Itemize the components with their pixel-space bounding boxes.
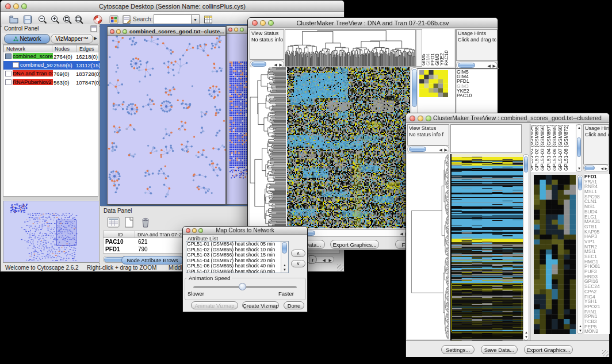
tv2-vscrollbar[interactable]: ▲ ▼ [523, 154, 529, 340]
zoom-selected-icon[interactable] [62, 14, 72, 25]
speed-slider-thumb[interactable] [239, 283, 246, 290]
tv2-status-scrollbar[interactable]: ◀ ▶ [407, 145, 449, 153]
network-row[interactable]: DNA and Tran 07769(0)183728(0) [3, 70, 100, 78]
close-button[interactable] [5, 3, 11, 9]
scroll-down-icon[interactable]: ▼ [283, 268, 286, 271]
tv2-column-label[interactable]: GPL51-08 (GSM872) [563, 125, 569, 171]
tv1-splitter-strip[interactable] [416, 29, 422, 67]
tv1-column-label[interactable]: PAC10 [443, 51, 449, 66]
scroll-right-icon[interactable]: ▶ [493, 64, 496, 68]
minimize-button[interactable] [13, 3, 19, 9]
network-row[interactable]: combined_sco2569(6)13112(15) [3, 61, 100, 70]
treeview2-titlebar[interactable]: ClusterMaker TreeView : combined_scores_… [406, 113, 609, 123]
animate-vizmap-button[interactable]: Animate Vizmap [191, 301, 238, 309]
scroll-left-icon[interactable]: ◀ [600, 167, 603, 170]
scroll-up-icon[interactable]: ▲ [579, 324, 582, 328]
scroll-down-icon[interactable]: ▼ [579, 329, 582, 332]
tv2-vscroll-thumb[interactable] [524, 156, 528, 173]
table-row[interactable]: PAC10 [105, 239, 124, 245]
tab-network[interactable]: Network [4, 34, 50, 44]
tv1-row-dendrogram[interactable] [250, 67, 286, 228]
move-down-button[interactable]: ∨ [291, 260, 305, 267]
frame1-minimize-button[interactable] [116, 29, 121, 34]
tv2-row-labels[interactable]: PFD1YRA1RNR4MSL1SPC98CLN1NIS1BUD4ELG1MAK… [584, 174, 610, 334]
dialog-zoom-button[interactable] [198, 228, 203, 233]
network-row[interactable]: RNAPuberNov2+I563(0)107847(0) [3, 78, 100, 87]
frame2-titlebar[interactable] [227, 26, 250, 34]
float-panel-icon[interactable] [90, 25, 97, 32]
tv1-close-button[interactable] [252, 20, 258, 26]
delete-attribute-icon[interactable] [139, 216, 152, 228]
dialog-close-button[interactable] [186, 228, 190, 233]
tv2-zoom-scroll-thumb[interactable] [578, 177, 582, 190]
frame1-close-button[interactable] [110, 29, 114, 34]
search-dropdown-button[interactable]: ▼ [192, 14, 200, 24]
tv2-zoom-vscrollbar[interactable]: ▲ ▼ [577, 175, 583, 334]
scroll-down-icon[interactable]: ▼ [577, 167, 581, 170]
help-icon[interactable] [93, 14, 103, 25]
zoom-button[interactable] [21, 3, 27, 9]
attribute-item[interactable]: GPL51-07 (GSM868) heat shock 60 min [187, 269, 280, 273]
frame2-close-button[interactable] [228, 28, 232, 32]
frame1-zoom-button[interactable] [123, 29, 127, 34]
search-input[interactable] [154, 14, 192, 24]
tv1-usage-scroll-thumb[interactable] [458, 63, 475, 68]
tv2-collabel-scroll-thumb[interactable] [577, 137, 581, 157]
tv2-close-button[interactable] [410, 116, 415, 121]
open-icon[interactable] [9, 14, 19, 25]
network-frame-2[interactable] [226, 25, 250, 205]
attribute-scrollbar[interactable]: ▲ ▼ [281, 242, 288, 273]
network-view-grid[interactable] [227, 34, 250, 204]
zoom-in-icon[interactable] [50, 14, 60, 25]
tv2-column-label[interactable]: GPL51-03 (GSM856) [540, 125, 545, 171]
node-attribute-browser-button[interactable]: Node Attribute Brows [121, 256, 183, 265]
scroll-right-icon[interactable]: ▶ [605, 167, 607, 170]
tv2-usage-scrollbar[interactable]: ◀ ▶ [583, 164, 609, 171]
dialog-minimize-button[interactable] [192, 228, 197, 233]
treeview1-titlebar[interactable]: ClusterMaker TreeView : DNA and Tran 07-… [248, 18, 498, 28]
tv1-export-graphics-button[interactable]: Export Graphics... [330, 240, 379, 249]
table-row[interactable]: PFD1 [105, 246, 120, 252]
column-header-edges[interactable]: Edges [77, 45, 99, 52]
tv2-status-scroll-thumb[interactable] [409, 147, 426, 152]
tab-vizmapper[interactable]: VizMapper™ [51, 34, 93, 44]
tv2-row-label[interactable]: MON2 [584, 329, 610, 334]
frame2-zoom-button[interactable] [240, 28, 244, 32]
zoom-out-icon[interactable] [37, 14, 48, 25]
table-cell[interactable]: 790 [138, 246, 148, 252]
create-vizmap-button[interactable]: Create Vizmap [242, 301, 279, 309]
new-attribute-icon[interactable] [123, 216, 136, 228]
tv2-row-dendrogram[interactable] [407, 154, 450, 339]
scroll-up-icon[interactable]: ▲ [577, 126, 581, 129]
tv2-column-label[interactable]: GPL51-07 (GSM868) [557, 125, 563, 171]
column-header-nodes[interactable]: Nodes [52, 45, 77, 52]
tv1-zoom-button[interactable] [268, 20, 274, 26]
tv1-row-labels[interactable]: GIM5GIM4PFD1GIM3YKE2PAC10 [457, 70, 497, 113]
table-cell[interactable]: 621 [138, 239, 148, 245]
scroll-left-icon[interactable]: ◀ [439, 148, 442, 152]
done-button[interactable]: Done [284, 301, 304, 309]
tv2-column-label[interactable]: GPL51-06 (GSM865) [552, 125, 557, 171]
resize-grip[interactable] [337, 265, 343, 271]
scroll-right-icon[interactable]: ▶ [445, 148, 447, 152]
scroll-up-icon[interactable]: ▲ [525, 331, 528, 334]
tv2-minimize-button[interactable] [418, 116, 423, 121]
scroll-left-icon[interactable]: ◀ [400, 232, 403, 236]
scroll-up-icon[interactable]: ▲ [283, 263, 286, 267]
tv2-column-label[interactable]: GPL51-04 (GSM857) [546, 125, 552, 171]
tv2-usage-scroll-thumb[interactable] [584, 166, 595, 170]
zoom-fit-icon[interactable] [74, 14, 84, 25]
tv2-save-data-button[interactable]: Save Data... [481, 345, 518, 354]
save-icon[interactable] [22, 14, 33, 25]
scroll-down-icon[interactable]: ▼ [525, 335, 528, 339]
scroll-right-icon[interactable]: ▶ [329, 258, 332, 262]
network-overview[interactable] [3, 201, 100, 263]
vizmap-icon[interactable] [109, 14, 119, 25]
table-icon[interactable] [203, 14, 213, 25]
tv2-export-graphics-button[interactable]: Export Graphics... [524, 345, 573, 354]
column-header-network[interactable]: Network [3, 45, 52, 52]
network-view[interactable] [108, 36, 225, 204]
tab-overflow-button[interactable]: ▶ [94, 36, 97, 41]
tv1-vscroll-thumb[interactable] [412, 69, 417, 107]
tv1-row-label[interactable]: PAC10 [457, 93, 497, 98]
